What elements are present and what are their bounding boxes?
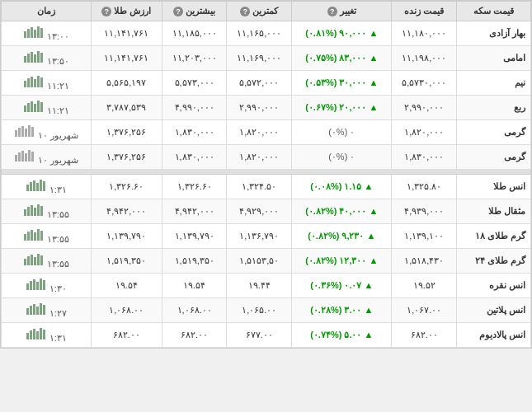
svg-rect-19 <box>27 103 30 112</box>
time-value: ۱۰ شهریور <box>2 120 92 145</box>
svg-rect-77 <box>43 330 45 339</box>
live-price: ۱,۰۶۷.۰۰ <box>392 298 457 323</box>
header-gold-value: ارزش طلا ? <box>91 2 162 21</box>
svg-rect-73 <box>30 330 32 339</box>
chart-icon[interactable] <box>23 99 45 114</box>
svg-rect-71 <box>43 305 45 315</box>
time-value: ۱۱:۲۱ <box>2 96 92 120</box>
svg-rect-45 <box>34 208 36 216</box>
highest-price: ۵,۵۷۳,۰۰۰ <box>162 71 227 96</box>
coin-name: گرم طلای ۲۴ <box>457 249 531 274</box>
coin-name: بهار آزادی <box>457 21 531 46</box>
svg-rect-56 <box>31 255 33 265</box>
gold-value: ۶۸۲.۰۰ <box>91 323 162 348</box>
svg-rect-27 <box>25 129 27 137</box>
svg-rect-41 <box>43 181 45 191</box>
highest-price: ۱۹.۵۴ <box>162 274 227 298</box>
chart-icon[interactable] <box>23 49 45 64</box>
header-live-price: قیمت زنده <box>392 2 457 21</box>
lowest-price: ۱,۰۶۵.۰۰ <box>227 298 292 323</box>
coin-name: گرمی <box>457 120 531 145</box>
svg-rect-4 <box>37 26 40 38</box>
chart-icon[interactable] <box>26 277 47 292</box>
svg-rect-18 <box>24 105 26 112</box>
change-value: ▲ ۰.۰۷ (۰.۳۶%) <box>292 274 392 298</box>
header-lowest: کمترین ? <box>227 2 292 21</box>
time-value: ۱:۳۱ <box>2 175 92 199</box>
live-price: ۱,۸۲۰,۰۰۰ <box>392 120 457 145</box>
table-row: انس طلا ۱,۳۲۵.۸۰ ▲ ۱.۱۵ (۰.۰۸%) ۱,۳۲۴.۵۰… <box>2 175 531 199</box>
svg-rect-57 <box>34 257 36 265</box>
coin-name: انس طلا <box>457 175 531 199</box>
header-change: تغییر ? <box>292 2 392 21</box>
svg-rect-24 <box>15 130 17 137</box>
highest-info-icon[interactable]: ? <box>173 7 183 16</box>
coin-name: انس پلاتین <box>457 298 531 323</box>
main-container: قیمت سکه قیمت زنده تغییر ? کمترین ? بیشت… <box>0 0 532 349</box>
svg-rect-35 <box>31 152 34 162</box>
change-value: ▲ ۱.۱۵ (۰.۰۸%) <box>292 175 392 199</box>
coin-name: انس نقره <box>457 274 531 298</box>
svg-rect-62 <box>33 279 35 290</box>
chart-icon[interactable] <box>23 74 45 89</box>
svg-rect-70 <box>40 303 42 315</box>
chart-icon[interactable] <box>26 326 47 341</box>
svg-rect-42 <box>24 209 26 216</box>
chart-icon[interactable] <box>26 302 47 316</box>
lowest-price: ۱۹.۴۴ <box>227 274 292 298</box>
live-price: ۱,۱۳۹,۱۰۰ <box>392 224 457 249</box>
highest-price: ۴,۹۴۲,۰۰۰ <box>162 199 227 224</box>
change-value: ▲ ۸۳,۰۰۰ (۰.۷۵%) <box>292 46 392 71</box>
svg-rect-22 <box>37 101 40 112</box>
svg-rect-74 <box>33 329 35 339</box>
svg-rect-43 <box>27 207 30 216</box>
chart-icon[interactable] <box>23 203 45 218</box>
highest-price: ۱,۸۳۰,۰۰۰ <box>162 145 227 170</box>
highest-price: ۴,۹۹۰,۰۰۰ <box>162 96 227 120</box>
svg-rect-6 <box>24 56 26 63</box>
svg-rect-25 <box>18 128 21 137</box>
svg-rect-72 <box>26 333 29 339</box>
change-value: ▲ ۳.۰۰ (۰.۲۸%) <box>292 298 392 323</box>
lowest-price: ۱,۸۲۰,۰۰۰ <box>227 145 292 170</box>
table-row: انس نقره ۱۹.۵۲ ▲ ۰.۰۷ (۰.۳۶%) ۱۹.۴۴ ۱۹.۵… <box>2 274 531 298</box>
svg-rect-40 <box>40 180 42 191</box>
highest-price: ۱,۳۲۶.۶۰ <box>162 175 227 199</box>
coin-name: ربع <box>457 96 531 120</box>
highest-price: ۱,۱۳۹,۷۹۰ <box>162 224 227 249</box>
chart-icon[interactable] <box>23 25 45 40</box>
highest-price: ۱۱,۱۸۵,۰۰۰ <box>162 21 227 46</box>
chart-icon[interactable] <box>23 227 45 242</box>
svg-rect-21 <box>34 104 36 112</box>
change-info-icon[interactable]: ? <box>327 7 337 16</box>
svg-rect-20 <box>31 101 33 112</box>
lowest-price: ۱,۳۲۴.۵۰ <box>227 175 292 199</box>
lowest-price: ۱,۵۱۵۳,۵۰ <box>227 249 292 274</box>
gold-value: ۱,۳۷۶,۲۵۶ <box>91 145 162 170</box>
svg-rect-65 <box>43 280 45 290</box>
svg-rect-39 <box>36 183 39 191</box>
table-row: مثقال طلا ۴,۹۳۹,۰۰۰ ▲ ۴۰,۰۰۰ (۰.۸۲%) ۴,۹… <box>2 199 531 224</box>
header-coin: قیمت سکه <box>457 2 531 21</box>
svg-rect-64 <box>40 279 42 290</box>
svg-rect-52 <box>37 229 40 241</box>
lowest-info-icon[interactable]: ? <box>240 7 250 16</box>
time-value: ۱۰ شهریور <box>2 145 92 170</box>
lowest-price: ۲,۹۹۰,۰۰۰ <box>227 96 292 120</box>
svg-rect-51 <box>34 232 36 241</box>
chart-icon[interactable] <box>14 148 35 163</box>
svg-rect-63 <box>36 282 39 290</box>
chart-icon[interactable] <box>14 124 35 138</box>
svg-rect-54 <box>24 259 26 265</box>
svg-rect-11 <box>40 53 43 63</box>
svg-rect-33 <box>25 153 27 162</box>
svg-rect-75 <box>36 331 39 339</box>
svg-rect-5 <box>40 28 43 38</box>
highest-price: ۱,۵۱۹,۳۵۰ <box>162 249 227 274</box>
chart-icon[interactable] <box>23 252 45 267</box>
svg-rect-1 <box>27 29 30 38</box>
live-price: ۴,۹۳۹,۰۰۰ <box>392 199 457 224</box>
highest-price: ۱,۸۳۰,۰۰۰ <box>162 120 227 145</box>
gold-value-info-icon[interactable]: ? <box>101 7 111 16</box>
chart-icon[interactable] <box>26 178 47 193</box>
